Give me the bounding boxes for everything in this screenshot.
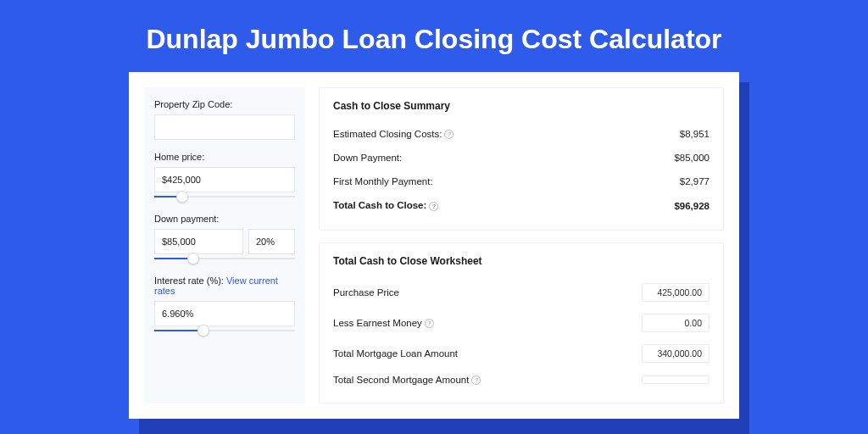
worksheet-row-label: Total Second Mortgage Amount? <box>333 375 481 385</box>
slider-thumb[interactable] <box>176 191 188 203</box>
rate-label: Interest rate (%): View current rates <box>154 275 295 296</box>
summary-row: Down Payment:$85,000 <box>333 146 709 170</box>
worksheet-row-label: Total Mortgage Loan Amount <box>333 348 458 359</box>
page-title: Dunlap Jumbo Loan Closing Cost Calculato… <box>0 0 868 72</box>
slider-thumb[interactable] <box>187 253 199 264</box>
summary-row-label: Total Cash to Close:? <box>333 200 438 210</box>
worksheet-row-value: 0.00 <box>642 314 709 332</box>
worksheet-row-label: Purchase Price <box>333 287 399 298</box>
summary-row: First Monthly Payment:$2,977 <box>333 170 709 193</box>
calculator-card: Property Zip Code: Home price: Down paym… <box>129 72 739 419</box>
summary-row-value: $96,928 <box>674 201 709 211</box>
inputs-panel: Property Zip Code: Home price: Down paym… <box>144 87 305 403</box>
summary-row-label: First Monthly Payment: <box>333 176 433 186</box>
summary-title: Cash to Close Summary <box>333 100 709 112</box>
worksheet-row: Total Mortgage Loan Amount340,000.00 <box>333 338 709 369</box>
down-payment-pct-input[interactable] <box>248 229 295 254</box>
summary-panel: Cash to Close Summary Estimated Closing … <box>319 87 724 231</box>
down-payment-input[interactable] <box>154 229 243 254</box>
down-payment-label: Down payment: <box>154 214 295 224</box>
rate-input[interactable] <box>154 301 295 326</box>
rate-field: Interest rate (%): View current rates <box>154 275 295 336</box>
worksheet-rows: Purchase Price425,000.00Less Earnest Mon… <box>333 277 709 391</box>
zip-field: Property Zip Code: <box>154 99 295 140</box>
summary-row: Total Cash to Close:?$96,928 <box>333 193 709 217</box>
help-icon[interactable]: ? <box>425 319 434 328</box>
slider-thumb[interactable] <box>198 325 209 337</box>
worksheet-panel: Total Cash to Close Worksheet Purchase P… <box>319 242 724 403</box>
home-price-input[interactable] <box>154 167 295 192</box>
home-price-label: Home price: <box>154 152 295 162</box>
summary-row-label: Estimated Closing Costs:? <box>333 129 453 139</box>
summary-row: Estimated Closing Costs:?$8,951 <box>333 122 709 146</box>
home-price-slider[interactable] <box>154 192 295 202</box>
worksheet-row: Less Earnest Money?0.00 <box>333 308 709 338</box>
results-panel: Cash to Close Summary Estimated Closing … <box>319 87 724 403</box>
worksheet-row: Total Second Mortgage Amount? <box>333 369 709 391</box>
worksheet-row: Purchase Price425,000.00 <box>333 277 709 308</box>
help-icon[interactable]: ? <box>429 202 438 211</box>
summary-row-value: $85,000 <box>674 153 709 163</box>
worksheet-row-value <box>642 376 709 384</box>
summary-row-value: $2,977 <box>680 176 709 186</box>
home-price-field: Home price: <box>154 152 295 202</box>
rate-slider[interactable] <box>154 326 295 336</box>
zip-label: Property Zip Code: <box>154 99 295 109</box>
worksheet-title: Total Cash to Close Worksheet <box>333 255 709 267</box>
down-payment-field: Down payment: <box>154 214 295 264</box>
summary-rows: Estimated Closing Costs:?$8,951Down Paym… <box>333 122 709 218</box>
worksheet-row-value: 425,000.00 <box>642 283 709 302</box>
help-icon[interactable]: ? <box>471 376 481 385</box>
slider-track-fill <box>154 330 203 331</box>
summary-row-value: $8,951 <box>680 129 709 139</box>
summary-row-label: Down Payment: <box>333 153 402 163</box>
card-container: Property Zip Code: Home price: Down paym… <box>129 72 739 419</box>
worksheet-row-value: 340,000.00 <box>642 344 709 363</box>
worksheet-row-label: Less Earnest Money? <box>333 318 434 328</box>
help-icon[interactable]: ? <box>444 130 453 139</box>
down-payment-slider[interactable] <box>154 253 295 264</box>
rate-label-text: Interest rate (%): <box>154 275 226 286</box>
zip-input[interactable] <box>154 114 295 140</box>
